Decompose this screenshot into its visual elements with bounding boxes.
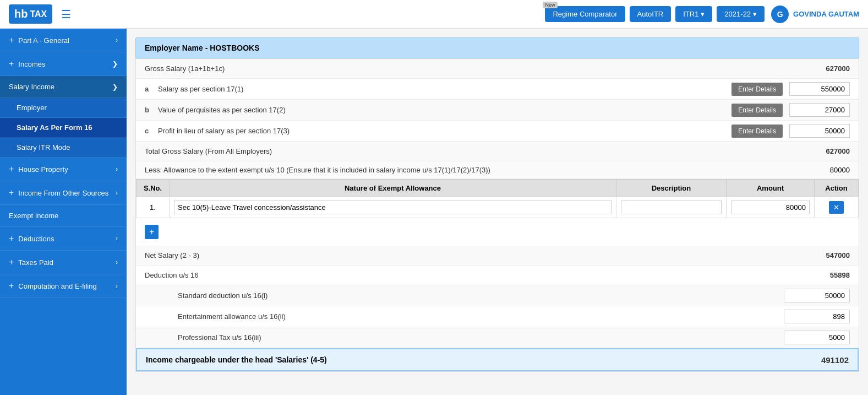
entertainment-label: Entertainment allowance u/s 16(ii) xyxy=(145,312,784,321)
professional-tax-row: Professional Tax u/s 16(iii) xyxy=(136,327,859,348)
deduction-u16-label: Deduction u/s 16 xyxy=(145,271,784,279)
hamburger-icon[interactable]: ☰ xyxy=(61,8,71,21)
enter-details-c-button[interactable]: Enter Details xyxy=(731,125,783,138)
chevron-down-icon: ❯ xyxy=(112,60,118,68)
gross-salary-label: Gross Salary (1a+1b+1c) xyxy=(145,64,784,73)
standard-deduction-label: Standard deduction u/s 16(i) xyxy=(145,291,784,300)
plus-icon: + xyxy=(9,59,14,69)
logo: hb TAX xyxy=(9,4,52,24)
sidebar-item-taxes-paid[interactable]: + Taxes Paid › xyxy=(0,251,127,274)
sidebar-item-employer[interactable]: Employer xyxy=(0,98,127,118)
row-c-input[interactable] xyxy=(789,124,850,138)
allowance-amount-cell xyxy=(727,197,815,218)
row-a: a Salary as per section 17(1) Enter Deta… xyxy=(136,79,859,100)
plus-icon: + xyxy=(9,35,14,45)
allowance-description-input[interactable] xyxy=(621,201,722,214)
enter-details-b-button[interactable]: Enter Details xyxy=(731,104,783,117)
sidebar-item-exempt-income[interactable]: Exempt Income xyxy=(0,205,127,227)
autoitr-button[interactable]: AutoITR xyxy=(630,6,672,22)
regime-comparator-button[interactable]: New Regime Comparator xyxy=(545,6,625,22)
row-c: c Profit in lieu of salary as per sectio… xyxy=(136,121,859,142)
allowance-sno: 1. xyxy=(137,197,170,218)
sidebar-item-label: Computation and E-filing xyxy=(18,282,96,290)
sidebar-item-incomes[interactable]: + Incomes ❯ xyxy=(0,52,127,76)
income-chargeable-row: Income chargeable under the head 'Salari… xyxy=(136,348,859,371)
income-chargeable-label: Income chargeable under the head 'Salari… xyxy=(146,355,821,364)
sidebar-item-label: House Property xyxy=(18,165,68,174)
allowance-nature-input[interactable] xyxy=(174,201,612,214)
enter-details-a-button[interactable]: Enter Details xyxy=(731,83,783,96)
chevron-right-icon: › xyxy=(116,36,118,44)
income-chargeable-value: 491102 xyxy=(821,355,849,365)
sidebar-sub-menu: Employer Salary As Per Form 16 Salary IT… xyxy=(0,98,127,158)
less-allowance-row: Less: Allowance to the extent exempt u/s… xyxy=(136,161,859,179)
allowance-action-cell: ✕ xyxy=(815,197,859,218)
sidebar-item-label: Deductions xyxy=(18,235,54,243)
professional-tax-label: Professional Tax u/s 16(iii) xyxy=(145,333,784,342)
add-row-container: + xyxy=(136,218,859,246)
sidebar-item-income-from-other-sources[interactable]: + Income From Other Sources › xyxy=(0,181,127,205)
add-row-button[interactable]: + xyxy=(145,225,159,239)
net-salary-row: Net Salary (2 - 3) 547000 xyxy=(136,246,859,266)
sidebar-item-label: Incomes xyxy=(18,60,45,68)
layout: + Part A - General › + Incomes ❯ Salary … xyxy=(0,29,868,395)
avatar[interactable]: G xyxy=(771,6,789,23)
sidebar-item-part-a-general[interactable]: + Part A - General › xyxy=(0,29,127,52)
gross-salary-value: 627000 xyxy=(784,64,850,73)
chevron-right-icon: › xyxy=(116,258,118,266)
allowance-description-cell xyxy=(616,197,727,218)
deduction-u16-value: 55898 xyxy=(784,271,850,279)
sidebar-item-label: Part A - General xyxy=(18,36,69,45)
chevron-right-icon: › xyxy=(116,235,118,242)
sidebar-item-label: Taxes Paid xyxy=(18,258,53,267)
sidebar-item-salary-as-per-form-16[interactable]: Salary As Per Form 16 xyxy=(0,118,127,138)
total-gross-row: Total Gross Salary (From All Employers) … xyxy=(136,142,859,161)
row-c-label: Profit in lieu of salary as per section … xyxy=(158,127,731,135)
row-b: b Value of perquisites as per section 17… xyxy=(136,100,859,121)
sidebar-item-salary-itr-mode[interactable]: Salary ITR Mode xyxy=(0,138,127,158)
sidebar-item-salary-income[interactable]: Salary Income ❯ xyxy=(0,76,127,98)
row-b-label: Value of perquisites as per section 17(2… xyxy=(158,106,731,114)
row-a-input[interactable] xyxy=(789,82,850,96)
row-b-input[interactable] xyxy=(789,103,850,117)
allowance-amount-input[interactable] xyxy=(731,201,810,214)
plus-icon: + xyxy=(9,188,14,198)
chevron-right-icon: › xyxy=(116,189,118,197)
year-chevron-icon: ▾ xyxy=(753,10,757,18)
form-section: Gross Salary (1a+1b+1c) 627000 a Salary … xyxy=(135,58,859,372)
entertainment-input[interactable] xyxy=(784,310,850,323)
net-salary-value: 547000 xyxy=(784,251,850,259)
itr1-button[interactable]: ITR1 ▾ xyxy=(675,6,712,22)
chevron-right-icon: › xyxy=(116,282,118,290)
sidebar-item-deductions[interactable]: + Deductions › xyxy=(0,227,127,251)
chevron-down-icon: ❯ xyxy=(112,83,118,91)
itr1-chevron-icon: ▾ xyxy=(701,10,705,18)
top-nav: hb TAX ☰ New Regime Comparator AutoITR I… xyxy=(0,0,868,29)
logo-hb: hb xyxy=(14,8,28,20)
less-allowance-label: Less: Allowance to the extent exempt u/s… xyxy=(145,166,830,174)
allowance-table: S.No. Nature of Exempt Allowance Descrip… xyxy=(136,179,859,218)
row-letter-a: a xyxy=(145,85,158,93)
deduction-u16-row: Deduction u/s 16 55898 xyxy=(136,266,859,285)
professional-tax-input[interactable] xyxy=(784,331,850,344)
gross-salary-row: Gross Salary (1a+1b+1c) 627000 xyxy=(136,59,859,79)
plus-icon: + xyxy=(9,164,14,174)
standard-deduction-input[interactable] xyxy=(784,289,850,302)
sidebar-item-house-property[interactable]: + House Property › xyxy=(0,158,127,181)
net-salary-label: Net Salary (2 - 3) xyxy=(145,251,784,259)
less-allowance-value: 80000 xyxy=(830,166,850,174)
chevron-right-icon: › xyxy=(116,165,118,173)
col-action: Action xyxy=(815,180,859,197)
entertainment-row: Entertainment allowance u/s 16(ii) xyxy=(136,306,859,327)
plus-icon: + xyxy=(9,234,14,244)
sidebar-item-label: Exempt Income xyxy=(9,212,58,220)
plus-icon: + xyxy=(9,257,14,267)
plus-icon: + xyxy=(9,281,14,291)
row-a-label: Salary as per section 17(1) xyxy=(158,85,731,93)
col-sno: S.No. xyxy=(137,180,170,197)
delete-allowance-button[interactable]: ✕ xyxy=(829,201,844,214)
main-content: Employer Name - HOSTBOOKS Gross Salary (… xyxy=(127,29,868,395)
year-button[interactable]: 2021-22 ▾ xyxy=(717,6,765,22)
sidebar-item-computation-efiling[interactable]: + Computation and E-filing › xyxy=(0,274,127,298)
allowance-row: 1. ✕ xyxy=(137,197,859,218)
